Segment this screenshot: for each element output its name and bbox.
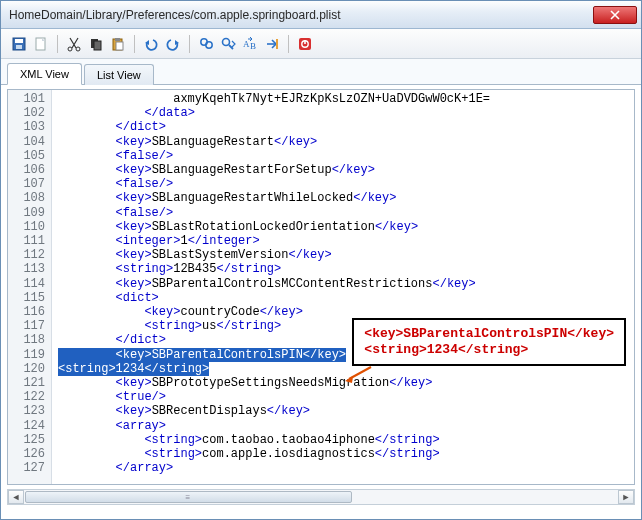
svg-rect-16 [276,39,278,49]
new-button[interactable] [31,34,51,54]
toolbar-separator [134,35,135,53]
tab-xml-view[interactable]: XML View [7,63,82,85]
annotation-callout: <key>SBParentalControlsPIN</key> <string… [352,318,626,366]
title-bar: HomeDomain/Library/Preferences/com.apple… [1,1,641,29]
code-line[interactable]: <false/> [58,149,634,163]
toolbar-separator [57,35,58,53]
svg-point-12 [206,41,212,47]
code-line[interactable]: <key>SBLastRotationLockedOrientation</ke… [58,220,634,234]
svg-rect-2 [16,45,22,49]
code-line[interactable]: <array> [58,419,634,433]
scroll-track[interactable]: ≡ [24,490,618,504]
code-line[interactable]: </data> [58,106,634,120]
toolbar-separator [288,35,289,53]
toolbar: AB [1,29,641,59]
code-line[interactable]: <true/> [58,390,634,404]
svg-text:B: B [250,41,256,51]
code-line[interactable]: <key>SBLastSystemVersion</key> [58,248,634,262]
svg-point-13 [223,38,230,45]
tab-list-view[interactable]: List View [84,64,154,85]
svg-rect-9 [115,38,120,41]
close-button[interactable] [593,6,637,24]
find-next-button[interactable] [218,34,238,54]
scroll-thumb[interactable]: ≡ [25,491,352,503]
code-line[interactable]: <key>SBRecentDisplays</key> [58,404,634,418]
svg-rect-1 [15,39,23,43]
find-button[interactable] [196,34,216,54]
undo-button[interactable] [141,34,161,54]
power-button[interactable] [295,34,315,54]
copy-button[interactable] [86,34,106,54]
code-line[interactable]: </dict> [58,120,634,134]
svg-text:A: A [243,39,250,49]
code-line[interactable]: <key>SBLanguageRestartWhileLocked</key> [58,191,634,205]
code-line[interactable]: <integer>1</integer> [58,234,634,248]
code-line[interactable]: <string>com.taobao.taobao4iphone</string… [58,433,634,447]
svg-rect-7 [94,41,101,50]
scroll-left-button[interactable]: ◄ [8,490,24,504]
save-button[interactable] [9,34,29,54]
paste-button[interactable] [108,34,128,54]
line-gutter: 1011021031041051061071081091101111121131… [8,90,52,484]
svg-rect-10 [116,42,123,50]
code-line[interactable]: <false/> [58,206,634,220]
code-line[interactable]: <key>SBParentalControlsMCContentRestrict… [58,277,634,291]
redo-button[interactable] [163,34,183,54]
tab-bar: XML View List View [1,59,641,85]
goto-button[interactable] [262,34,282,54]
code-lines[interactable]: axmyKqehTk7Nyt+EJRzKpKsLzOZN+UaDVDGwW0cK… [52,90,634,484]
code-line[interactable]: <dict> [58,291,634,305]
scroll-right-button[interactable]: ► [618,490,634,504]
code-line[interactable]: <key>SBLanguageRestart</key> [58,135,634,149]
window-title: HomeDomain/Library/Preferences/com.apple… [9,8,593,22]
code-line[interactable]: <string>com.apple.iosdiagnostics</string… [58,447,634,461]
svg-point-4 [68,47,72,51]
code-line[interactable]: axmyKqehTk7Nyt+EJRzKpKsLzOZN+UaDVDGwW0cK… [58,92,634,106]
code-line[interactable]: </array> [58,461,634,475]
close-icon [610,10,620,20]
code-line[interactable]: <string>12B435</string> [58,262,634,276]
replace-button[interactable]: AB [240,34,260,54]
annotation-arrow-icon [343,365,373,388]
cut-button[interactable] [64,34,84,54]
toolbar-separator [189,35,190,53]
code-line[interactable]: <false/> [58,177,634,191]
code-editor[interactable]: 1011021031041051061071081091101111121131… [7,89,635,485]
svg-point-5 [76,47,80,51]
horizontal-scrollbar[interactable]: ◄ ≡ ► [7,489,635,505]
code-line[interactable]: <key>SBLanguageRestartForSetup</key> [58,163,634,177]
